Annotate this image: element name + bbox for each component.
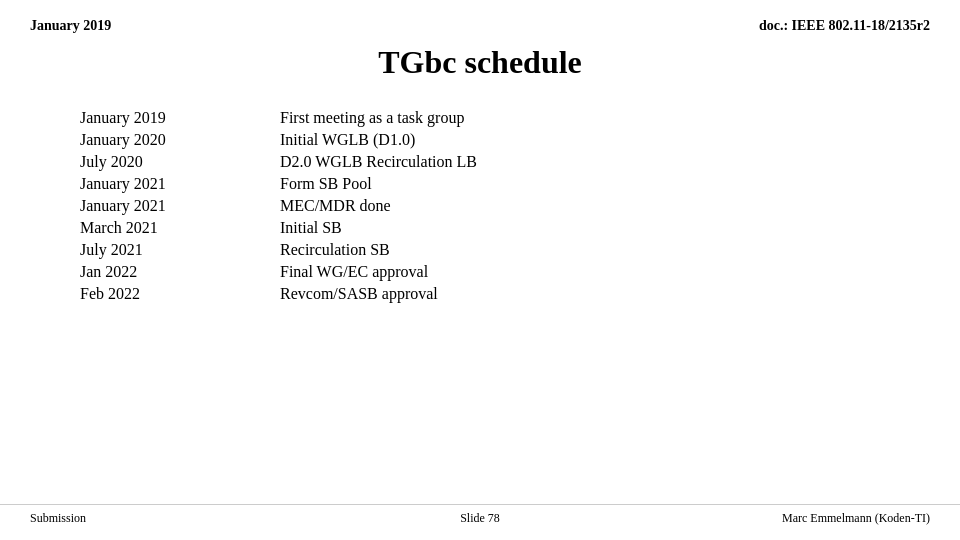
main-title: TGbc schedule [30,44,930,81]
header: January 2019 doc.: IEEE 802.11-18/2135r2 [30,18,930,34]
schedule-date: January 2021 [80,197,280,215]
schedule-date: Jan 2022 [80,263,280,281]
schedule-description: Initial SB [280,219,342,237]
table-row: July 2021Recirculation SB [80,241,930,259]
schedule-description: First meeting as a task group [280,109,464,127]
table-row: January 2019First meeting as a task grou… [80,109,930,127]
table-row: January 2021MEC/MDR done [80,197,930,215]
schedule-date: July 2020 [80,153,280,171]
header-doc: doc.: IEEE 802.11-18/2135r2 [759,18,930,34]
schedule-date: January 2020 [80,131,280,149]
table-row: January 2020Initial WGLB (D1.0) [80,131,930,149]
schedule-description: Revcom/SASB approval [280,285,438,303]
table-row: Jan 2022Final WG/EC approval [80,263,930,281]
schedule-date: July 2021 [80,241,280,259]
table-row: March 2021Initial SB [80,219,930,237]
footer-right: Marc Emmelmann (Koden-TI) [782,511,930,526]
schedule-date: Feb 2022 [80,285,280,303]
schedule-description: MEC/MDR done [280,197,391,215]
footer-left: Submission [30,511,86,526]
table-row: Feb 2022Revcom/SASB approval [80,285,930,303]
footer-center: Slide 78 [460,505,500,526]
schedule-description: Recirculation SB [280,241,390,259]
schedule-date: January 2019 [80,109,280,127]
footer-slide: Slide 78 [460,511,500,525]
header-date: January 2019 [30,18,111,34]
table-row: July 2020D2.0 WGLB Recirculation LB [80,153,930,171]
schedule-description: Final WG/EC approval [280,263,428,281]
schedule-table: January 2019First meeting as a task grou… [80,109,930,307]
schedule-date: March 2021 [80,219,280,237]
schedule-description: D2.0 WGLB Recirculation LB [280,153,477,171]
slide-container: January 2019 doc.: IEEE 802.11-18/2135r2… [0,0,960,540]
schedule-date: January 2021 [80,175,280,193]
title-section: TGbc schedule [30,44,930,81]
schedule-description: Form SB Pool [280,175,372,193]
table-row: January 2021Form SB Pool [80,175,930,193]
schedule-description: Initial WGLB (D1.0) [280,131,415,149]
